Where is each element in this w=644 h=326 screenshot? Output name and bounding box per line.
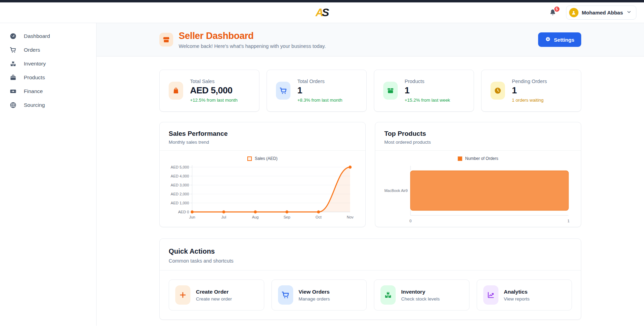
- quick-action-subtitle: Manage orders: [299, 296, 330, 302]
- chart-subtitle: Most ordered products: [384, 140, 572, 145]
- stat-value: 1: [297, 85, 342, 96]
- sidebar-item-label: Sourcing: [24, 102, 45, 108]
- stat-delta: +15.2% from last week: [405, 98, 450, 103]
- plus-icon: [175, 285, 190, 305]
- svg-text:MacBook Air9: MacBook Air9: [384, 189, 408, 193]
- topbar-right: 5 Mohamed Abbas: [549, 6, 644, 20]
- chart-subtitle: Monthly sales trend: [169, 140, 356, 145]
- user-menu[interactable]: Mohamed Abbas: [566, 6, 636, 20]
- svg-text:Nov: Nov: [347, 215, 354, 219]
- page-subtitle: Welcome back! Here's what's happening wi…: [179, 43, 326, 49]
- quick-action-analytics[interactable]: Analytics View reports: [477, 279, 572, 310]
- user-name: Mohamed Abbas: [582, 10, 623, 16]
- banknote-icon: [10, 88, 17, 95]
- quick-actions-title: Quick Actions: [169, 247, 572, 255]
- page-title: Seller Dashboard: [179, 31, 326, 41]
- shopping-bag-icon: [169, 82, 183, 100]
- legend-swatch: [247, 156, 252, 161]
- top-products-bar-chart: 01MacBook Air9: [384, 162, 573, 226]
- stat-card-total-orders: Total Orders 1 +8.3% from last month: [267, 70, 367, 112]
- stat-label: Pending Orders: [512, 79, 547, 84]
- svg-text:AED 2,000: AED 2,000: [171, 192, 189, 196]
- legend-label: Number of Orders: [465, 156, 498, 161]
- avatar: [569, 8, 578, 17]
- svg-text:1: 1: [567, 219, 569, 223]
- legend-item-orders[interactable]: Number of Orders: [384, 156, 573, 161]
- sidebar-item-label: Dashboard: [24, 33, 50, 39]
- storefront-icon: [159, 33, 173, 47]
- quick-actions-card: Quick Actions Common tasks and shortcuts…: [159, 238, 581, 320]
- sales-performance-card: Sales Performance Monthly sales trend Sa…: [159, 122, 366, 227]
- svg-text:0: 0: [409, 219, 412, 223]
- stat-value: 1: [405, 85, 450, 96]
- sidebar-item-inventory[interactable]: Inventory: [0, 57, 96, 71]
- quick-action-title: View Orders: [299, 289, 330, 295]
- quick-action-view-orders[interactable]: View Orders Manage orders: [271, 279, 367, 310]
- stat-value: AED 5,000: [190, 85, 238, 96]
- stat-card-pending-orders: Pending Orders 1 1 orders waiting: [481, 70, 581, 112]
- quick-action-title: Inventory: [401, 289, 440, 295]
- charts-row: Sales Performance Monthly sales trend Sa…: [159, 122, 581, 227]
- bell-icon: [549, 12, 557, 18]
- svg-text:Sep: Sep: [284, 215, 290, 219]
- cart-icon: [278, 285, 293, 305]
- stat-delta: 1 orders waiting: [512, 98, 547, 103]
- sidebar-item-products[interactable]: Products: [0, 71, 96, 84]
- chart-line-icon: [483, 285, 498, 305]
- gear-icon: [545, 36, 551, 43]
- chart-title: Sales Performance: [169, 130, 356, 137]
- sidebar-item-label: Products: [24, 74, 45, 81]
- stat-label: Products: [405, 79, 450, 84]
- stats-row: Total Sales AED 5,000 +12.5% from last m…: [159, 70, 581, 112]
- sidebar: Dashboard Orders Inventory Products Fina…: [0, 23, 97, 326]
- settings-button[interactable]: Settings: [538, 32, 581, 47]
- stat-delta: +8.3% from last month: [297, 98, 342, 103]
- notifications-button[interactable]: 5: [549, 9, 557, 17]
- quick-action-subtitle: Check stock levels: [401, 296, 440, 302]
- svg-text:Aug: Aug: [252, 215, 259, 219]
- quick-action-subtitle: View reports: [504, 296, 530, 302]
- stat-card-total-sales: Total Sales AED 5,000 +12.5% from last m…: [159, 70, 259, 112]
- quick-actions-subtitle: Common tasks and shortcuts: [169, 258, 572, 264]
- svg-text:AED 4,000: AED 4,000: [171, 174, 189, 178]
- stat-value: 1: [512, 85, 547, 96]
- user-icon: [571, 10, 576, 16]
- legend-swatch: [458, 156, 462, 161]
- legend-item-sales[interactable]: Sales (AED): [168, 156, 357, 161]
- svg-text:Jun: Jun: [189, 215, 195, 219]
- package-icon: [383, 82, 398, 100]
- quick-action-title: Analytics: [504, 289, 530, 295]
- svg-text:AED 5,000: AED 5,000: [171, 165, 189, 169]
- legend-label: Sales (AED): [255, 156, 277, 161]
- chart-title: Top Products: [384, 130, 572, 137]
- sidebar-item-dashboard[interactable]: Dashboard: [0, 29, 96, 43]
- stat-card-products: Products 1 +15.2% from last week: [374, 70, 474, 112]
- package-icon: [10, 74, 17, 81]
- brand-logo: A S: [316, 6, 328, 19]
- svg-text:Oct: Oct: [316, 215, 321, 219]
- sidebar-item-sourcing[interactable]: Sourcing: [0, 98, 96, 112]
- cart-icon: [10, 47, 17, 53]
- gauge-icon: [10, 33, 17, 40]
- sidebar-item-orders[interactable]: Orders: [0, 43, 96, 57]
- logo-letter-s: S: [322, 6, 328, 19]
- svg-text:AED 0: AED 0: [178, 210, 189, 214]
- svg-text:AED 3,000: AED 3,000: [171, 183, 189, 187]
- clock-icon: [491, 82, 505, 100]
- svg-text:AED 1,000: AED 1,000: [171, 201, 189, 205]
- quick-action-subtitle: Create new order: [196, 296, 232, 302]
- topbar: A S 5 Mohamed Abbas: [0, 2, 644, 23]
- sidebar-item-finance[interactable]: Finance: [0, 84, 96, 98]
- quick-action-title: Create Order: [196, 289, 232, 295]
- sidebar-item-label: Orders: [24, 47, 40, 53]
- main-content: Seller Dashboard Welcome back! Here's wh…: [97, 23, 644, 326]
- sales-line-chart: AED 0AED 1,000AED 2,000AED 3,000AED 4,00…: [169, 162, 356, 221]
- quick-action-create-order[interactable]: Create Order Create new order: [169, 279, 264, 310]
- boxes-icon: [380, 285, 396, 305]
- top-products-card: Top Products Most ordered products Numbe…: [375, 122, 581, 227]
- sidebar-item-label: Inventory: [24, 61, 46, 67]
- boxes-icon: [10, 60, 17, 67]
- quick-action-inventory[interactable]: Inventory Check stock levels: [374, 279, 469, 310]
- cart-icon: [276, 82, 290, 100]
- top-accent-bar: [0, 0, 644, 2]
